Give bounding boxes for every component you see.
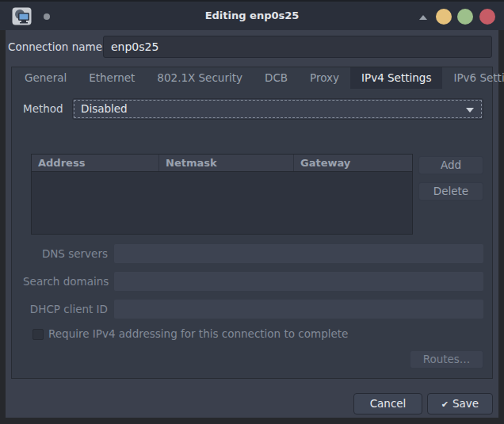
tab-general[interactable]: General [13,67,78,89]
tab-8021x-security[interactable]: 802.1X Security [146,67,254,89]
add-button[interactable]: Add [418,156,483,174]
require-ipv4-label: Require IPv4 addressing for this connect… [48,326,348,342]
search-domains-input[interactable] [114,272,483,291]
tab-ipv6-settings[interactable]: IPv6 Settings [442,67,504,89]
chevron-down-icon [466,108,474,113]
column-header-gateway[interactable]: Gateway [294,155,412,171]
dns-servers-input[interactable] [114,244,483,263]
tab-proxy[interactable]: Proxy [299,67,350,89]
tab-dcb[interactable]: DCB [254,67,299,89]
connection-editor-dialog: Connection name General Ethernet 802.1X … [6,30,498,418]
search-domains-label: Search domains [23,272,108,291]
method-label: Method [23,98,63,120]
close-button[interactable] [479,9,495,25]
check-icon: ✔ [441,399,449,410]
tab-bar: General Ethernet 802.1X Security DCB Pro… [12,67,492,89]
settings-notebook: General Ethernet 802.1X Security DCB Pro… [11,67,493,379]
addresses-table-header: Address Netmask Gateway [32,155,412,172]
dhcp-client-id-input[interactable] [114,300,483,319]
require-ipv4-checkbox[interactable] [32,329,44,340]
tab-ethernet[interactable]: Ethernet [78,67,146,89]
shade-window-icon[interactable] [418,13,429,21]
column-header-netmask[interactable]: Netmask [159,155,294,171]
dhcp-client-id-label: DHCP client ID [23,300,108,319]
minimize-button[interactable] [436,9,452,25]
addresses-table[interactable]: Address Netmask Gateway [31,154,413,235]
connection-name-label: Connection name [8,36,102,58]
cancel-button[interactable]: Cancel [353,393,422,414]
method-selected-value: Disabled [81,102,128,115]
connection-name-input[interactable] [103,36,492,58]
maximize-button[interactable] [457,9,473,25]
method-dropdown[interactable]: Disabled [72,98,483,120]
delete-button[interactable]: Delete [418,182,483,201]
tab-ipv4-settings[interactable]: IPv4 Settings [350,67,442,89]
column-header-address[interactable]: Address [32,155,159,171]
routes-button[interactable]: Routes… [410,350,483,369]
save-button-label: Save [452,397,479,410]
dns-servers-label: DNS servers [23,244,108,263]
save-button[interactable]: ✔Save [427,393,493,414]
titlebar: Editing enp0s25 [0,0,504,30]
